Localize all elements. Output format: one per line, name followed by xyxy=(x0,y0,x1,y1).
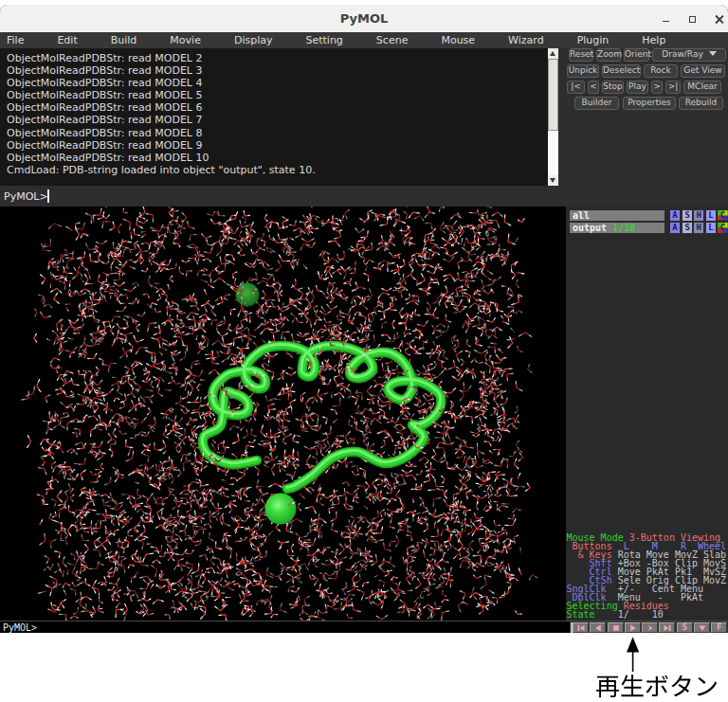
object-button-c[interactable]: C xyxy=(718,223,727,233)
action-button-rock[interactable]: Rock xyxy=(644,64,678,78)
log-line: ObjectMolReadPDBStr: read MODEL 8 xyxy=(7,127,548,139)
go-to-start-icon xyxy=(577,624,585,632)
viewport-command-strip[interactable]: PyMOL>_ xyxy=(0,621,570,633)
side-panel: Mouse Mode 3-Button Viewing Buttons L M … xyxy=(566,207,728,621)
object-name[interactable]: output 1/10 xyxy=(570,223,664,233)
object-button-l[interactable]: L xyxy=(706,223,716,233)
action-button-draw-ray[interactable]: Draw/Ray xyxy=(652,48,726,62)
annotation-layer xyxy=(0,633,728,702)
object-button-a[interactable]: A xyxy=(670,210,680,221)
action-button-builder[interactable]: Builder xyxy=(574,97,619,110)
vcr-button-fullscreen[interactable]: F xyxy=(711,622,727,633)
go-to-end-icon xyxy=(664,624,671,632)
action-button-unpick[interactable]: Unpick xyxy=(567,64,599,78)
object-button-h[interactable]: H xyxy=(694,223,703,233)
menu-bar: FileEditBuildMovieDisplaySettingSceneMou… xyxy=(0,32,728,48)
vcr-button-step-back[interactable] xyxy=(590,622,606,633)
object-button-c[interactable]: C xyxy=(718,210,727,221)
vcr-button-play[interactable] xyxy=(625,622,641,633)
action-button-properties[interactable]: Properties xyxy=(623,97,676,110)
vcr-button-stop[interactable] xyxy=(608,622,624,633)
menu-item-scene[interactable]: Scene xyxy=(376,34,409,46)
step-back-icon xyxy=(594,624,602,632)
log-scrollbar[interactable] xyxy=(548,48,558,186)
menu-item-mouse[interactable]: Mouse xyxy=(441,34,475,46)
menu-item-plugin[interactable]: Plugin xyxy=(577,34,610,46)
upper-section: ObjectMolReadPDBStr: read MODEL 2ObjectM… xyxy=(0,48,728,186)
object-name[interactable]: all xyxy=(570,210,664,221)
action-button-orient[interactable]: Orient xyxy=(624,48,649,62)
menu-item-movie[interactable]: Movie xyxy=(170,34,201,46)
mouse-help-panel: Mouse Mode 3-Button Viewing Buttons L M … xyxy=(567,534,728,620)
menu-item-wizard[interactable]: Wizard xyxy=(508,34,544,46)
object-button-h[interactable]: H xyxy=(694,210,703,221)
object-button-s[interactable]: S xyxy=(682,210,692,221)
text-cursor xyxy=(47,189,49,203)
minimize-icon xyxy=(663,21,669,23)
close-icon xyxy=(715,15,723,24)
scroll-up-button[interactable] xyxy=(548,48,558,59)
action-button-movie-clear[interactable]: MClear xyxy=(683,81,721,94)
action-button-get-view[interactable]: Get View xyxy=(681,64,725,78)
maximize-icon xyxy=(689,16,696,23)
log-line: ObjectMolReadPDBStr: read MODEL 6 xyxy=(7,101,548,114)
log-output[interactable]: ObjectMolReadPDBStr: read MODEL 2ObjectM… xyxy=(0,48,548,186)
log-line: CmdLoad: PDB-string loaded into object "… xyxy=(7,164,548,176)
action-button-panel: ResetZoomOrientDraw/RayUnpickDeselectRoc… xyxy=(558,48,728,186)
viewport-prompt: PyMOL>_ xyxy=(3,622,43,633)
bottom-bar: PyMOL>_ SF xyxy=(0,621,728,633)
object-button-s[interactable]: S xyxy=(682,223,692,233)
action-button-movie-back[interactable]: < xyxy=(588,81,599,94)
step-forward-icon xyxy=(646,624,654,632)
action-button-reset[interactable]: Reset xyxy=(569,48,593,62)
vcr-label: F xyxy=(712,623,726,632)
mouse-help-line: State 1/ 10 xyxy=(567,611,728,620)
action-button-movie-play[interactable]: Play xyxy=(627,81,648,94)
object-button-l[interactable]: L xyxy=(706,210,716,221)
command-prompt-label: PyMOL> xyxy=(4,190,48,203)
vcr-button-scene-loop[interactable]: S xyxy=(677,622,693,633)
action-button-movie-forward[interactable]: > xyxy=(651,81,663,94)
log-line: ObjectMolReadPDBStr: read MODEL 5 xyxy=(7,89,548,101)
menu-item-edit[interactable]: Edit xyxy=(57,34,77,46)
command-input-row[interactable]: PyMOL> xyxy=(0,186,728,207)
frame-menu-icon xyxy=(699,624,706,632)
vcr-button-go-to-end[interactable] xyxy=(659,622,675,633)
menu-item-file[interactable]: File xyxy=(7,34,24,46)
window-title: PyMOL xyxy=(0,5,728,32)
viewport-3d[interactable] xyxy=(0,207,566,621)
scrollbar-thumb[interactable] xyxy=(548,59,558,131)
close-button[interactable] xyxy=(708,5,728,32)
annotation-text xyxy=(596,675,717,697)
title-bar[interactable]: PyMOL xyxy=(0,5,728,32)
stop-icon xyxy=(612,624,620,632)
screenshot-canvas: PyMOL FileEditBuildMovieDisplaySettingSc… xyxy=(0,0,728,702)
play-icon xyxy=(629,624,637,632)
vcr-button-go-to-start[interactable] xyxy=(573,622,589,633)
object-state: 1/10 xyxy=(607,223,635,233)
action-button-deselect[interactable]: Deselect xyxy=(602,64,641,78)
menu-item-build[interactable]: Build xyxy=(111,34,137,46)
menu-item-help[interactable]: Help xyxy=(642,34,665,46)
ion-sphere-large xyxy=(265,494,297,525)
menu-item-display[interactable]: Display xyxy=(234,34,273,46)
action-button-movie-stop[interactable]: Stop xyxy=(602,81,624,94)
action-button-movie-start[interactable]: |< xyxy=(567,81,585,94)
maximize-button[interactable] xyxy=(682,5,704,32)
log-line: ObjectMolReadPDBStr: read MODEL 7 xyxy=(7,114,548,126)
log-line: ObjectMolReadPDBStr: read MODEL 10 xyxy=(7,152,548,164)
action-button-rebuild[interactable]: Rebuild xyxy=(679,97,723,110)
menu-item-setting[interactable]: Setting xyxy=(305,34,342,46)
vcr-controls: SF xyxy=(570,621,728,633)
vcr-button-step-forward[interactable] xyxy=(642,622,658,633)
object-button-a[interactable]: A xyxy=(670,223,680,233)
scroll-down-button[interactable] xyxy=(548,175,558,186)
action-button-movie-end[interactable]: >| xyxy=(665,81,681,94)
minimize-button[interactable] xyxy=(655,5,678,32)
action-button-zoom[interactable]: Zoom xyxy=(596,48,621,62)
log-line: ObjectMolReadPDBStr: read MODEL 9 xyxy=(7,139,548,152)
log-line: ObjectMolReadPDBStr: read MODEL 2 xyxy=(7,52,548,64)
molecule-scene xyxy=(0,207,566,621)
log-line: ObjectMolReadPDBStr: read MODEL 4 xyxy=(7,77,548,89)
vcr-button-frame-menu[interactable] xyxy=(694,622,710,633)
